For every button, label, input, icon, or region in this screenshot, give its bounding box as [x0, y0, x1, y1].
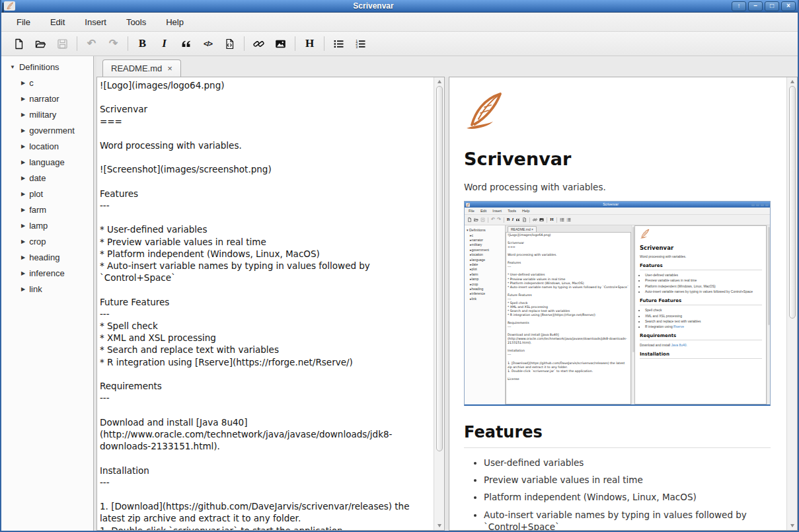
feature-item: Preview variable values in real time — [484, 474, 771, 486]
panes: ![Logo](images/logo64.png) Scrivenvar ==… — [96, 77, 798, 531]
mini-menu-item: Help — [522, 209, 529, 213]
tree-item[interactable]: location — [1, 138, 93, 154]
mini-menu-item: Tools — [508, 209, 516, 213]
tab-close-icon[interactable]: × — [167, 63, 172, 73]
scrollbar-thumb[interactable] — [436, 86, 443, 451]
mini-logo-feather-image — [640, 229, 650, 239]
mini-window-title: Scrivenvar — [470, 203, 751, 206]
menu-item[interactable]: Edit — [40, 14, 75, 30]
close-button[interactable]: × — [781, 1, 796, 11]
tree-item[interactable]: link — [1, 281, 93, 297]
menu-item[interactable]: Help — [156, 14, 194, 30]
toolbar-separator — [244, 36, 245, 51]
inline-code-button[interactable]: </> — [197, 34, 219, 53]
mini-menu-item: Edit — [480, 209, 486, 213]
scroll-down-arrow[interactable] — [438, 521, 441, 530]
redo-icon: ↷ — [109, 38, 118, 49]
toolbar-separator — [295, 36, 295, 51]
toolbar-separator — [77, 36, 77, 51]
window-controls: ↑ – □ × — [732, 1, 796, 11]
mini-preview-pane: Scrivenvar Word processing with variable… — [634, 225, 767, 404]
bold-button[interactable]: B — [132, 34, 153, 53]
mini-toolbar: ↶↷ BI H — [465, 215, 770, 225]
app-feather-icon — [4, 1, 15, 11]
tree-item[interactable]: lamp — [1, 217, 93, 233]
mini-editor-column: README.md × ![Logo](images/logo64.png) S… — [506, 225, 631, 404]
editor-scrollbar[interactable] — [434, 77, 444, 530]
scrollbar-thumb[interactable] — [789, 86, 796, 319]
tab-label: README.md — [111, 63, 162, 73]
tree-item[interactable]: inference — [1, 265, 93, 281]
readme-screenshot-image: Scrivenvar FileEditInsertToolsHelp ↶↷ BI — [464, 201, 771, 406]
heading-button[interactable]: H — [299, 34, 321, 53]
text-caret — [3, 3, 3, 13]
preview-subtitle: Word processing with variables. — [464, 182, 771, 192]
markdown-editor[interactable]: ![Logo](images/logo64.png) Scrivenvar ==… — [97, 77, 434, 530]
preview-features-heading: Features — [464, 423, 771, 448]
mini-window-controls — [751, 204, 769, 206]
feature-item: User-defined variables — [484, 457, 771, 469]
mini-content: Definitions cnarratormilitarygovernmentl… — [465, 225, 770, 404]
tree-item[interactable]: crop — [1, 233, 93, 249]
logo-feather-image — [464, 91, 506, 133]
italic-icon: I — [162, 37, 167, 50]
editor-preview-stack: README.md × ![Logo](images/logo64.png) S… — [96, 56, 798, 531]
tree-item[interactable]: language — [1, 154, 93, 170]
bullet-list-button[interactable] — [328, 34, 350, 53]
definitions-panel: Definitions cnarratormilitarygovernmentl… — [1, 56, 94, 531]
tree-item[interactable]: narrator — [1, 91, 93, 106]
feature-item: Platform independent (Windows, Linux, Ma… — [484, 491, 771, 503]
code-file-button[interactable] — [219, 34, 241, 53]
inline-code-icon: </> — [204, 40, 212, 48]
new-file-button[interactable] — [8, 34, 30, 53]
bold-icon: B — [139, 37, 146, 50]
preview-features-list: User-defined variablesPreview variable v… — [484, 457, 771, 530]
minimize-button[interactable]: – — [748, 1, 763, 11]
toolbar: ↶ ↷ B I </> H — [1, 32, 798, 56]
mini-preview-scrollbar — [767, 225, 770, 404]
redo-button[interactable]: ↷ — [102, 34, 124, 53]
app-window: Scrivenvar ↑ – □ × FileEditInsertToolsHe… — [0, 0, 799, 532]
main-content: Definitions cnarratormilitarygovernmentl… — [1, 56, 798, 531]
html-preview-pane: Scrivenvar Word processing with variable… — [449, 77, 798, 531]
mini-definitions-panel: Definitions cnarratormilitarygovernmentl… — [465, 225, 506, 404]
blockquote-button[interactable] — [175, 34, 197, 53]
maximize-button[interactable]: □ — [765, 1, 779, 11]
open-file-button[interactable] — [30, 34, 52, 53]
definitions-tree: cnarratormilitarygovernmentlocationlangu… — [1, 75, 93, 297]
toolbar-separator — [128, 36, 128, 51]
italic-button[interactable]: I — [153, 34, 175, 53]
tree-item[interactable]: date — [1, 170, 93, 186]
preview-content: Scrivenvar Word processing with variable… — [449, 77, 786, 530]
window-title: Scrivenvar — [15, 1, 732, 11]
undo-button[interactable]: ↶ — [81, 34, 102, 53]
tree-item[interactable]: government — [1, 122, 93, 138]
tree-item[interactable]: plot — [1, 186, 93, 202]
markdown-editor-pane: ![Logo](images/logo64.png) Scrivenvar ==… — [96, 77, 445, 531]
link-button[interactable] — [248, 34, 270, 53]
image-button[interactable] — [270, 34, 291, 53]
tab-readme[interactable]: README.md × — [102, 59, 181, 77]
tab-strip: README.md × — [96, 56, 798, 77]
save-file-button[interactable] — [52, 34, 73, 53]
tree-item[interactable]: c — [1, 75, 93, 91]
toolbar-separator — [324, 36, 324, 51]
mini-menu-item: Insert — [492, 209, 502, 213]
scroll-down-arrow[interactable] — [790, 521, 794, 530]
shade-button[interactable]: ↑ — [732, 1, 746, 11]
menu-item[interactable]: Tools — [116, 14, 156, 30]
tree-item[interactable]: heading — [1, 249, 93, 265]
menu-item[interactable]: File — [7, 14, 40, 30]
tree-root-definitions[interactable]: Definitions — [1, 59, 93, 75]
menu-bar: FileEditInsertToolsHelp — [1, 13, 798, 32]
tree-item[interactable]: military — [1, 106, 93, 122]
preview-scrollbar[interactable] — [786, 77, 797, 530]
undo-icon: ↶ — [87, 38, 96, 49]
title-bar[interactable]: Scrivenvar ↑ – □ × — [1, 0, 798, 13]
menu-item[interactable]: Insert — [75, 14, 116, 30]
mini-menu-item: File — [469, 209, 475, 213]
scroll-up-arrow[interactable] — [438, 77, 441, 86]
numbered-list-button[interactable] — [350, 34, 371, 53]
tree-item[interactable]: farm — [1, 202, 93, 217]
scroll-up-arrow[interactable] — [790, 77, 794, 86]
